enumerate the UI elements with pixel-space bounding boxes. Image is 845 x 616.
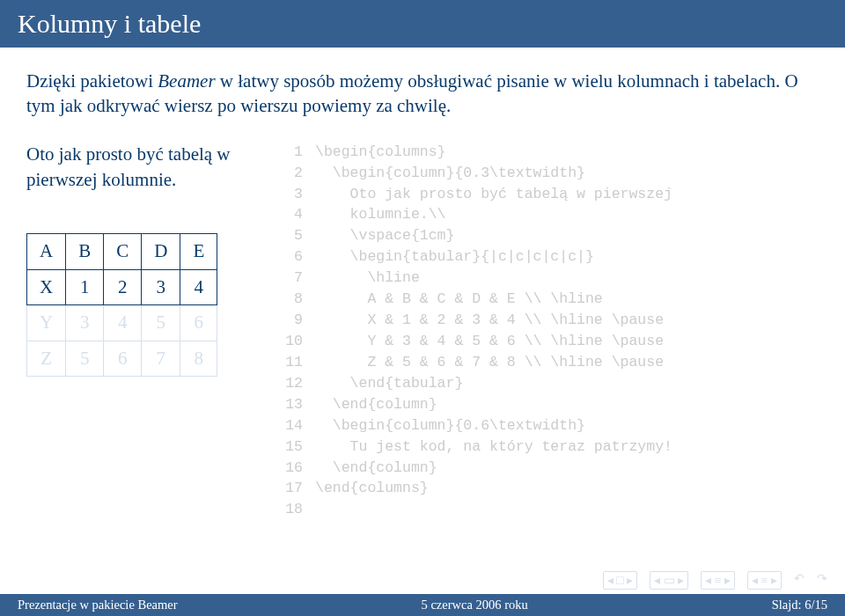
slide-content: Dzięki pakietowi Beamer w łatwy sposób m… xyxy=(0,48,845,520)
footer-center: 5 czerwca 2006 roku xyxy=(422,598,528,612)
table-row: A B C D E xyxy=(27,234,217,269)
code-listing: 1\begin{columns} 2 \begin{column}{0.3\te… xyxy=(276,142,819,521)
footer-left: Prezentacje w pakiecie Beamer xyxy=(18,598,178,612)
beamer-nav-icons: ◂ □ ▸ ◂ ▭ ▸ ◂ ≡ ▸ ◂ ≡ ▸ ↶ ↷ xyxy=(603,571,827,590)
nav-frame-icon[interactable]: ◂ □ ▸ xyxy=(603,571,637,590)
nav-subsection-icon[interactable]: ◂ ▭ ▸ xyxy=(650,571,688,590)
table-row: Y 3 4 5 6 xyxy=(27,305,217,341)
example-table: A B C D E X 1 2 3 4 Y 3 4 5 xyxy=(26,233,217,377)
footer-right: Slajd: 6/15 xyxy=(772,598,827,612)
table-row: X 1 2 3 4 xyxy=(27,269,217,304)
left-column-text: Oto jak prosto być tabelą w pierwszej ko… xyxy=(26,142,259,194)
intro-text: Dzięki pakietowi Beamer w łatwy sposób m… xyxy=(26,69,819,119)
footer-bar: Prezentacje w pakiecie Beamer 5 czerwca … xyxy=(0,594,845,616)
nav-back-icon[interactable]: ↶ xyxy=(794,571,805,590)
nav-presentation-icon[interactable]: ◂ ≡ ▸ xyxy=(747,571,782,590)
left-column: Oto jak prosto być tabelą w pierwszej ko… xyxy=(26,142,259,521)
table-row: Z 5 6 7 8 xyxy=(27,341,217,376)
nav-forward-icon[interactable]: ↷ xyxy=(817,571,827,590)
slide-title: Kolumny i tabele xyxy=(0,0,845,48)
nav-section-icon[interactable]: ◂ ≡ ▸ xyxy=(701,571,735,590)
